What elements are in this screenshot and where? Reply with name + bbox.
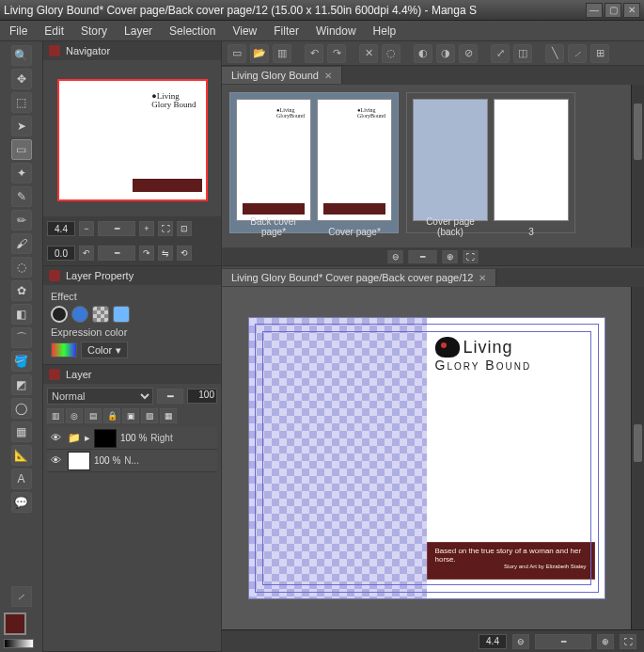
- layer-color-icon[interactable]: ▦: [160, 408, 177, 423]
- fill-fg-icon[interactable]: ◐: [414, 44, 432, 63]
- delete-icon[interactable]: ✕: [359, 44, 378, 63]
- clip-mask-icon[interactable]: ▥: [47, 408, 64, 423]
- deco-tool-icon[interactable]: ✿: [11, 280, 32, 301]
- line-correct-tool-icon[interactable]: ⟋: [11, 586, 32, 607]
- reset-rotate-icon[interactable]: ⟲: [177, 246, 192, 261]
- text-tool-icon[interactable]: A: [11, 469, 32, 489]
- scale-icon[interactable]: ⤢: [491, 44, 510, 63]
- canvas-zoom-out-icon[interactable]: ⊖: [512, 634, 529, 649]
- canvas-zoom-value[interactable]: 4.4: [479, 634, 507, 649]
- layer-row[interactable]: 👁 📁 ▸ 100 % Right: [47, 427, 217, 450]
- visibility-icon[interactable]: 👁: [51, 432, 64, 445]
- expand-icon[interactable]: ▸: [85, 432, 90, 444]
- canvas-zoom-slider[interactable]: ━: [535, 634, 591, 649]
- move-tool-icon[interactable]: ✥: [11, 69, 32, 89]
- spread-group[interactable]: ●LivingGloryBound Back cover page* ●Livi…: [229, 92, 399, 233]
- rotate-slider[interactable]: ━: [98, 246, 135, 261]
- rotation-value[interactable]: 0.0: [47, 246, 75, 261]
- blend-tool-icon[interactable]: ⌒: [11, 327, 32, 348]
- hundred-icon[interactable]: ⊡: [177, 221, 192, 236]
- menu-layer[interactable]: Layer: [124, 24, 152, 38]
- pen-tool-icon[interactable]: ✎: [11, 186, 32, 207]
- balloon-tool-icon[interactable]: 💬: [11, 492, 32, 513]
- zoom-in-icon[interactable]: +: [139, 221, 154, 236]
- maximize-button[interactable]: ▢: [605, 3, 621, 18]
- pages-zoom-out-icon[interactable]: ⊖: [388, 250, 403, 263]
- close-button[interactable]: ✕: [623, 3, 640, 18]
- blend-mode-dropdown[interactable]: Normal: [47, 388, 153, 405]
- canvas-viewport[interactable]: Living Glory Bound Based on the true sto…: [222, 287, 631, 629]
- lock-icon[interactable]: 🔒: [103, 408, 120, 423]
- layer-property-header[interactable]: Layer Property: [43, 266, 221, 285]
- foreground-color-swatch[interactable]: [4, 612, 26, 635]
- page-thumb[interactable]: ●LivingGloryBound Back cover page*: [236, 99, 311, 221]
- open-file-icon[interactable]: 📂: [250, 44, 269, 63]
- color-bar[interactable]: [4, 639, 34, 648]
- story-tab[interactable]: Living Glory Bound ✕: [222, 67, 342, 84]
- fill-tool-icon[interactable]: 🪣: [11, 351, 32, 372]
- canvas-zoom-in-icon[interactable]: ⊕: [597, 634, 614, 649]
- pages-zoom-slider[interactable]: ━: [409, 250, 437, 263]
- zoom-out-icon[interactable]: −: [79, 221, 94, 236]
- undo-icon[interactable]: ↶: [305, 44, 323, 63]
- menu-filter[interactable]: Filter: [274, 24, 299, 38]
- snap-special-icon[interactable]: ⟋: [568, 44, 587, 63]
- frame-tool-icon[interactable]: ▦: [11, 421, 32, 442]
- rotate-cw-icon[interactable]: ↷: [139, 246, 154, 261]
- layer-header[interactable]: Layer: [43, 365, 221, 384]
- snap-ruler-icon[interactable]: ╲: [545, 44, 564, 63]
- eraser-tool-icon[interactable]: ◧: [11, 304, 32, 325]
- layer-color-effect-icon[interactable]: [113, 306, 130, 323]
- new-file-icon[interactable]: ▭: [228, 44, 246, 63]
- canvas-fit-icon[interactable]: ⛶: [620, 634, 636, 649]
- navigator-thumbnail[interactable]: ●LivingGlory Bound: [57, 79, 208, 201]
- gradient-tool-icon[interactable]: ◩: [11, 374, 32, 395]
- tone-effect-icon[interactable]: [71, 306, 88, 323]
- color-swatches[interactable]: [0, 609, 42, 652]
- menu-window[interactable]: Window: [316, 24, 356, 38]
- checker-effect-icon[interactable]: [92, 306, 109, 323]
- minimize-button[interactable]: —: [586, 3, 603, 18]
- brush-tool-icon[interactable]: 🖌: [11, 233, 32, 254]
- fit-icon[interactable]: ⛶: [158, 221, 173, 236]
- color-mode-dropdown[interactable]: Color ▾: [81, 342, 128, 358]
- airbrush-tool-icon[interactable]: ◌: [11, 257, 32, 278]
- navigator-header[interactable]: Navigator: [43, 41, 221, 60]
- page-thumb[interactable]: 3: [494, 99, 569, 221]
- folder-icon[interactable]: 📁: [68, 432, 81, 444]
- marquee-tool-icon[interactable]: ▭: [11, 139, 32, 160]
- menu-story[interactable]: Story: [81, 24, 107, 38]
- pages-fit-icon[interactable]: ⛶: [463, 250, 479, 263]
- redo-icon[interactable]: ↷: [327, 44, 346, 63]
- arrow-tool-icon[interactable]: ➤: [11, 116, 32, 136]
- opacity-value[interactable]: 100: [187, 389, 217, 404]
- page-thumb[interactable]: Cover page (back): [413, 99, 488, 221]
- zoom-tool-icon[interactable]: 🔍: [11, 45, 32, 66]
- menu-help[interactable]: Help: [373, 24, 397, 38]
- canvas-tab[interactable]: Living Glory Bound* Cover page/Back cove…: [222, 269, 496, 286]
- canvas-scrollbar-v[interactable]: [631, 287, 644, 629]
- ruler-tool-icon[interactable]: 📐: [11, 445, 32, 466]
- operation-tool-icon[interactable]: ⬚: [11, 92, 32, 113]
- menu-file[interactable]: File: [9, 24, 27, 38]
- shape-tool-icon[interactable]: ◯: [11, 398, 32, 419]
- pencil-tool-icon[interactable]: ✏: [11, 210, 32, 231]
- save-file-icon[interactable]: ▥: [273, 44, 291, 63]
- snap-grid-icon[interactable]: ⊞: [590, 44, 609, 63]
- fill-bg-icon[interactable]: ◑: [436, 44, 455, 63]
- visibility-icon[interactable]: 👁: [51, 454, 64, 468]
- pages-zoom-in-icon[interactable]: ⊕: [443, 250, 458, 263]
- close-tab-icon[interactable]: ✕: [324, 71, 332, 81]
- mask-icon[interactable]: ▣: [122, 408, 139, 423]
- canvas-page[interactable]: Living Glory Bound Based on the true sto…: [248, 317, 605, 599]
- menu-view[interactable]: View: [232, 24, 257, 38]
- menu-selection[interactable]: Selection: [169, 24, 215, 38]
- reference-icon[interactable]: ◎: [66, 408, 83, 423]
- transform-icon[interactable]: ◫: [513, 44, 532, 63]
- deselect-icon[interactable]: ◌: [382, 44, 401, 63]
- pages-scrollbar[interactable]: [631, 85, 644, 248]
- page-thumb[interactable]: ●LivingGloryBound Cover page*: [317, 99, 392, 221]
- spread-group[interactable]: Cover page (back) 3: [406, 92, 575, 233]
- clear-icon[interactable]: ⊘: [459, 44, 478, 63]
- opacity-slider-icon[interactable]: ━: [157, 389, 183, 404]
